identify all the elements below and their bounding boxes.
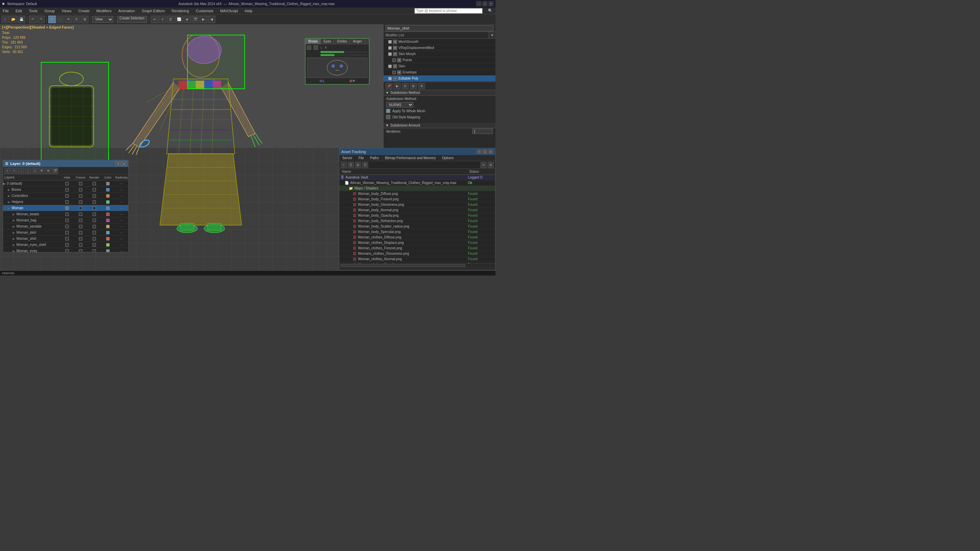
asset-scroll-x[interactable] — [339, 263, 495, 267]
mod-settings-btn[interactable]: ⚙ — [418, 83, 425, 89]
align-btn[interactable]: ≡ — [159, 16, 166, 23]
layer-row[interactable]: ▶ Controllers — — [3, 193, 128, 199]
asset-row[interactable]: 🖼 Womans_clothes_Glossiness.png Found — [339, 251, 495, 256]
tab-brows[interactable]: Brows — [305, 39, 321, 44]
asset-menu-server[interactable]: Server — [341, 156, 353, 160]
select-btn[interactable]: ↖ — [48, 16, 56, 23]
modifier-item[interactable]: ■ Skin Morph — [383, 51, 495, 57]
title-bar-right[interactable]: − □ × — [476, 2, 493, 6]
tab-eyes[interactable]: Eyes — [321, 39, 334, 44]
collapse-arrow[interactable]: ▼ — [385, 91, 389, 95]
asset-row[interactable]: 🖼 Woman_body_Opacity.png Found — [339, 213, 495, 218]
layer-row[interactable]: ▶ Bones — — [3, 187, 128, 193]
layers-close-btn[interactable]: × — [121, 161, 126, 166]
menu-group[interactable]: Group — [43, 8, 56, 14]
layer-row[interactable]: ▶ Womanl_bag — — [3, 218, 128, 224]
asset-refresh-btn[interactable]: ↻ — [480, 162, 487, 168]
mirror-btn[interactable]: ⇔ — [151, 16, 158, 23]
select-region-btn[interactable]: ⬚ — [56, 16, 64, 23]
modifier-item[interactable]: ■ MeshSmooth — [383, 39, 495, 45]
menu-help[interactable]: Help — [243, 8, 254, 14]
apply-whole-mesh-checkbox[interactable]: ✓ — [386, 109, 390, 113]
layer-select-btn[interactable]: ◻ — [32, 168, 38, 174]
search-icon[interactable]: 🔍 — [487, 8, 494, 13]
layer-add-obj-btn[interactable]: ↓ — [18, 168, 24, 174]
render-btn[interactable]: ▶ — [200, 16, 207, 23]
curve-editor-btn[interactable]: 📈 — [175, 16, 183, 23]
modifier-item[interactable]: ■ Editable Poly — [383, 76, 495, 82]
asset-row[interactable]: 🖼 Woman_body_Normal.png Found — [339, 208, 495, 213]
open-btn[interactable]: 📂 — [10, 16, 17, 23]
material-editor-btn[interactable]: ◈ — [183, 16, 191, 23]
menu-tools[interactable]: Tools — [27, 8, 39, 14]
redo-btn[interactable]: ↷ — [37, 16, 45, 23]
iterations-input[interactable] — [472, 129, 493, 134]
create-selection-button[interactable]: Create Selection — [117, 16, 147, 23]
mod-pin-btn[interactable]: 📌 — [385, 83, 392, 89]
asset-title-buttons[interactable]: − □ × — [477, 149, 493, 154]
panel-title-buttons[interactable]: ? × — [116, 161, 126, 166]
modifier-name-input[interactable] — [385, 25, 493, 31]
undo-btn[interactable]: ↶ — [29, 16, 37, 23]
asset-menu-file[interactable]: File — [357, 156, 365, 160]
asset-minimize-btn[interactable]: − — [477, 149, 482, 154]
menu-create[interactable]: Create — [77, 8, 91, 14]
layer-row[interactable]: ▶ Woman_eyes_shell — — [3, 242, 128, 248]
menu-views[interactable]: Views — [60, 8, 73, 14]
asset-row[interactable]: 🖼 Woman_clothes_Diffuse.png Found — [339, 235, 495, 240]
slider-brow-1[interactable] — [307, 51, 368, 53]
asset-row[interactable]: 🖼 Woman_clothes_Fresnel.png Found — [339, 246, 495, 251]
menu-maxscript[interactable]: MAXScript — [219, 8, 239, 14]
subdivision-method-dropdown[interactable]: NURMS Classic Quad Output — [386, 102, 414, 108]
layer-row[interactable]: ▶ Woman_sandals — — [3, 224, 128, 230]
layer-remove-obj-btn[interactable]: ↑ — [25, 168, 31, 174]
slider-brow-2[interactable] — [307, 54, 368, 56]
modifier-item[interactable]: ■ Skin — [383, 63, 495, 69]
layer-new-btn[interactable]: + — [5, 168, 11, 174]
mod-collapse-btn[interactable]: ⊞ — [410, 83, 417, 89]
tab-anger[interactable]: Anger — [350, 39, 365, 44]
save-btn[interactable]: 💾 — [18, 16, 25, 23]
rotate-btn[interactable]: ↻ — [73, 16, 80, 23]
layer-row[interactable]: ▶ Woman_beads — — [3, 211, 128, 218]
asset-row[interactable]: 🖼 Woman_clothes_Opacity.png Found — [339, 262, 495, 263]
layer-delete-btn[interactable]: × — [11, 168, 18, 174]
layer-freeze-all-btn[interactable]: ❄ — [45, 168, 51, 174]
modifier-item[interactable]: ■ Points — [383, 57, 495, 63]
asset-restore-btn[interactable]: □ — [482, 149, 487, 154]
asset-row[interactable]: 📁 Maps / Shaders — [339, 186, 495, 191]
menu-customize[interactable]: Customize — [194, 8, 215, 14]
mod-active-btn[interactable]: ▶ — [394, 83, 401, 89]
new-file-btn[interactable]: □ — [2, 16, 9, 23]
viewport-dropdown[interactable]: View Screen — [92, 16, 113, 23]
layer-hide-all-btn[interactable]: 👁 — [38, 168, 45, 174]
modifier-item[interactable]: ■ VRayDisplacementMod — [383, 45, 495, 51]
layer-row[interactable]: ▶ 0 (default) — — [3, 181, 128, 187]
asset-menu-bitmap[interactable]: Bitmap Performance and Memory — [384, 156, 437, 160]
search-input[interactable] — [414, 8, 482, 14]
layer-render-all-btn[interactable]: 🎬 — [52, 168, 58, 174]
asset-menu-options[interactable]: Options — [441, 156, 455, 160]
asset-detail-btn[interactable]: ☰ — [362, 162, 368, 168]
modifier-item[interactable]: ■ Envelope — [383, 69, 495, 76]
render-setup-btn[interactable]: 🎬 — [192, 16, 199, 23]
old-style-checkbox[interactable] — [386, 115, 390, 119]
tab-smiles[interactable]: Smiles — [334, 39, 350, 44]
layer-row[interactable]: ▶ Woman — — [3, 205, 128, 211]
close-button[interactable]: × — [488, 2, 493, 6]
layers-help-btn[interactable]: ? — [116, 161, 121, 166]
minimize-button[interactable]: − — [476, 2, 481, 6]
modifier-list-dropdown-btn[interactable]: ▼ — [488, 32, 495, 38]
collapse-arrow-2[interactable]: ▼ — [385, 124, 389, 127]
scale-btn[interactable]: ⊞ — [81, 16, 89, 23]
move-btn[interactable]: ✛ — [65, 16, 72, 23]
asset-row[interactable]: 🖼 Woman_clothes_Displace.png Found — [339, 240, 495, 246]
asset-row[interactable]: 🖼 Woman_body_Glossiness.png Found — [339, 202, 495, 208]
layer-btn[interactable]: ☰ — [167, 16, 175, 23]
menu-modifiers[interactable]: Modifiers — [95, 8, 113, 14]
menu-rendering[interactable]: Rendering — [170, 8, 191, 14]
maximize-button[interactable]: □ — [482, 2, 487, 6]
render-last-btn[interactable]: ◀ — [208, 16, 215, 23]
asset-add-btn[interactable]: + — [340, 162, 347, 168]
asset-row[interactable]: 🖼 Woman_body_Fresnel.png Found — [339, 197, 495, 202]
